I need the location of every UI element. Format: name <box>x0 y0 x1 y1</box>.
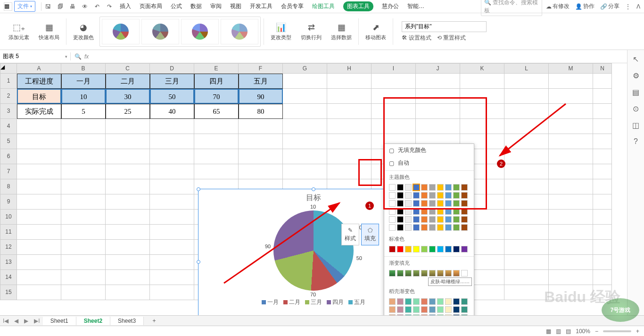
color-swatch[interactable] <box>453 184 460 191</box>
cell[interactable] <box>17 164 61 179</box>
color-swatch[interactable] <box>397 192 404 199</box>
color-swatch[interactable] <box>429 184 436 191</box>
cell[interactable] <box>549 104 593 119</box>
cell[interactable]: 70 <box>194 89 239 104</box>
select-data-button[interactable]: ▦选择数据 <box>327 22 355 41</box>
cell[interactable] <box>416 74 460 89</box>
color-swatch[interactable] <box>413 224 420 231</box>
color-swatch[interactable] <box>397 298 404 305</box>
cell[interactable]: 30 <box>106 89 150 104</box>
cell[interactable] <box>17 285 61 300</box>
chart-style-4[interactable] <box>221 19 258 44</box>
tab-member[interactable]: 会员专享 <box>281 1 304 11</box>
cell[interactable] <box>327 164 372 179</box>
cell[interactable] <box>61 179 106 194</box>
tab-nav-next-icon[interactable]: ▶ <box>21 318 31 324</box>
cell[interactable] <box>106 194 150 210</box>
cell[interactable] <box>239 149 283 164</box>
tab-view[interactable]: 视图 <box>230 1 241 11</box>
color-swatch[interactable] <box>405 246 412 252</box>
color-swatch[interactable] <box>397 224 404 231</box>
cell[interactable] <box>150 164 194 179</box>
cell[interactable] <box>416 119 460 134</box>
color-swatch[interactable] <box>429 192 436 199</box>
cell[interactable] <box>460 119 504 134</box>
color-swatch[interactable] <box>413 246 420 252</box>
row-header[interactable]: 1 <box>0 74 17 89</box>
cell[interactable] <box>61 194 106 210</box>
cell[interactable] <box>61 149 106 164</box>
cell[interactable] <box>549 164 593 179</box>
change-color-button[interactable]: ◕更改颜色 <box>69 22 98 41</box>
cell[interactable] <box>504 210 549 225</box>
col-G[interactable]: G <box>283 63 327 74</box>
cell[interactable] <box>549 255 593 270</box>
zoom-slider[interactable] <box>603 330 631 332</box>
cell[interactable]: 二月 <box>106 74 150 89</box>
cell[interactable] <box>150 119 194 134</box>
cell[interactable]: 三月 <box>150 74 194 89</box>
cell[interactable]: 25 <box>106 104 150 119</box>
collapse-ribbon-icon[interactable]: ᐱ <box>636 3 640 10</box>
zoom-out-icon[interactable]: − <box>595 328 598 335</box>
column-headers[interactable]: A B C D E F G H I J K L M N <box>17 63 612 74</box>
color-swatch[interactable] <box>453 306 460 313</box>
cell[interactable] <box>61 285 106 300</box>
cell[interactable] <box>549 240 593 255</box>
cell[interactable] <box>283 89 327 104</box>
color-swatch[interactable] <box>429 200 436 207</box>
tab-hui-office[interactable]: 慧办公 <box>382 1 399 11</box>
cell[interactable]: 目标 <box>17 89 61 104</box>
cell[interactable] <box>504 194 549 210</box>
row-header[interactable]: 15 <box>0 285 17 300</box>
cell[interactable] <box>239 134 283 149</box>
color-swatch[interactable] <box>461 224 468 231</box>
color-swatch[interactable] <box>445 208 452 215</box>
cell[interactable] <box>194 119 239 134</box>
col-C[interactable]: C <box>106 63 150 74</box>
cell[interactable] <box>150 270 194 285</box>
backup-panel-icon[interactable]: ⊙ <box>633 104 639 113</box>
sheet-tab-3[interactable]: Sheet3 <box>110 317 144 325</box>
cell[interactable] <box>593 74 612 89</box>
cell[interactable] <box>327 89 372 104</box>
color-swatch[interactable] <box>461 208 468 215</box>
command-search[interactable]: 🔍 查找命令、搜索模板 <box>481 0 542 16</box>
zoom-in-icon[interactable]: + <box>636 328 639 335</box>
cell[interactable] <box>283 119 327 134</box>
cell[interactable]: 5 <box>61 104 106 119</box>
cell[interactable] <box>150 194 194 210</box>
save-as-icon[interactable]: 🗐 <box>57 3 64 10</box>
color-swatch[interactable] <box>413 216 420 223</box>
settings-panel-icon[interactable]: ⚙ <box>633 71 639 80</box>
cell[interactable] <box>17 210 61 225</box>
cell[interactable] <box>106 225 150 240</box>
cell[interactable] <box>17 240 61 255</box>
collab-button[interactable]: 👤 协作 <box>575 2 594 10</box>
color-swatch[interactable] <box>389 184 396 191</box>
cell[interactable] <box>504 225 549 240</box>
pending-changes-button[interactable]: ☁ 有修改 <box>546 2 570 10</box>
color-swatch[interactable] <box>429 298 436 305</box>
cell[interactable] <box>17 134 61 149</box>
style-button[interactable]: ✎样式 <box>341 224 359 245</box>
color-swatch[interactable] <box>429 216 436 223</box>
zoom-cell-icon[interactable]: 🔍 <box>74 53 82 60</box>
cell[interactable] <box>106 285 150 300</box>
cell[interactable] <box>416 89 460 104</box>
color-swatch[interactable] <box>413 208 420 215</box>
cell[interactable] <box>504 104 549 119</box>
cell[interactable] <box>549 210 593 225</box>
cell[interactable] <box>17 194 61 210</box>
undo-icon[interactable]: ↶ <box>93 3 101 10</box>
gradient-swatch[interactable] <box>413 270 420 277</box>
cell[interactable] <box>327 74 372 89</box>
cell[interactable]: 90 <box>239 89 283 104</box>
select-tool-icon[interactable]: ↖ <box>633 55 639 64</box>
col-A[interactable]: A <box>17 63 61 74</box>
row-header[interactable]: 7 <box>0 164 17 179</box>
row-header[interactable]: 11 <box>0 225 17 240</box>
cell[interactable] <box>106 164 150 179</box>
auto-fill-option[interactable]: ▢自动 <box>384 157 474 169</box>
col-E[interactable]: E <box>194 63 239 74</box>
